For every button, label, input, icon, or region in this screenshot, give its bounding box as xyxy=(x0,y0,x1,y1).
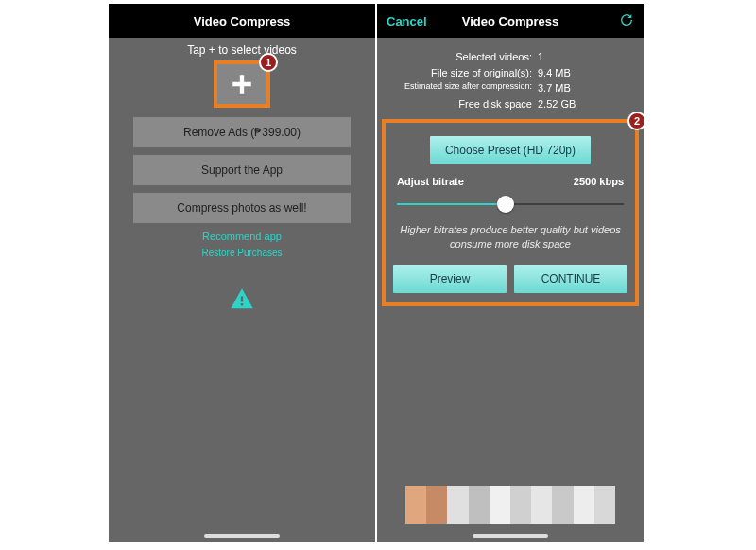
plus-icon xyxy=(230,72,254,96)
tap-hint: Tap + to select videos xyxy=(109,43,375,57)
original-size-value: 9.4 MB xyxy=(538,65,571,81)
selected-value: 1 xyxy=(538,49,543,65)
remove-ads-button[interactable]: Remove Ads (₱399.00) xyxy=(133,117,351,147)
home-indicator xyxy=(204,534,280,538)
compress-photos-button[interactable]: Compress photos as well! xyxy=(133,193,351,223)
bitrate-value: 2500 kbps xyxy=(574,176,624,187)
home-indicator xyxy=(472,534,548,538)
screen-settings: Cancel Video Compress Selected videos:1 … xyxy=(377,4,644,542)
cancel-button[interactable]: Cancel xyxy=(387,14,427,28)
compressed-size-value: 3.7 MB xyxy=(538,80,571,96)
restore-purchases-link[interactable]: Restore Purchases xyxy=(109,248,375,258)
slider-thumb[interactable] xyxy=(497,196,514,213)
recommend-link[interactable]: Recommend app xyxy=(109,231,375,242)
refresh-icon xyxy=(619,12,634,27)
settings-panel: 2 Choose Preset (HD 720p) Adjust bitrate… xyxy=(382,119,639,306)
support-app-button[interactable]: Support the App xyxy=(133,155,351,185)
title: Video Compress xyxy=(462,14,558,28)
step-badge-2: 2 xyxy=(627,112,644,130)
free-space-label: Free disk space xyxy=(377,96,538,112)
refresh-button[interactable] xyxy=(619,12,634,30)
title: Video Compress xyxy=(194,14,290,28)
slider-fill xyxy=(397,203,506,205)
bitrate-hint: Higher bitrates produce better quality b… xyxy=(393,223,627,251)
blurred-region xyxy=(405,486,615,524)
adjust-bitrate-label: Adjust bitrate xyxy=(397,176,464,187)
svg-rect-0 xyxy=(241,297,243,302)
free-space-value: 2.52 GB xyxy=(538,96,576,112)
warning-icon xyxy=(229,286,255,313)
compressed-size-label: Estimated size after compression: xyxy=(377,80,538,96)
preview-button[interactable]: Preview xyxy=(393,265,507,293)
screen-home: Video Compress Tap + to select videos 1 … xyxy=(109,4,375,542)
bitrate-slider[interactable] xyxy=(397,195,624,214)
info-list: Selected videos:1 File size of original(… xyxy=(377,49,644,112)
continue-button[interactable]: CONTINUE xyxy=(514,265,627,293)
step-badge-1: 1 xyxy=(259,53,278,72)
svg-rect-1 xyxy=(241,303,243,305)
topbar: Cancel Video Compress xyxy=(377,4,644,38)
selected-label: Selected videos: xyxy=(377,49,538,65)
add-video-button[interactable]: 1 xyxy=(214,60,270,108)
topbar: Video Compress xyxy=(109,4,375,38)
choose-preset-button[interactable]: Choose Preset (HD 720p) xyxy=(430,136,591,164)
original-size-label: File size of original(s): xyxy=(377,65,538,81)
